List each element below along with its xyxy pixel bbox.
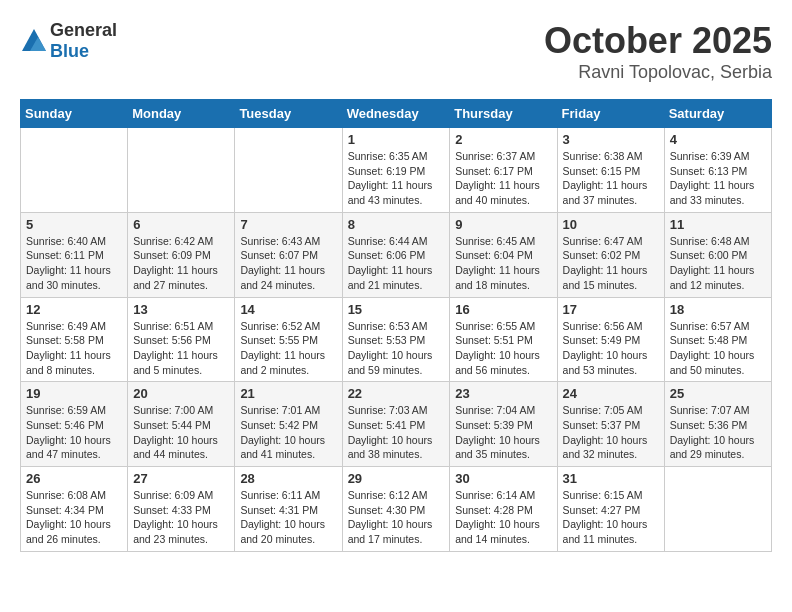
weekday-header-friday: Friday [557,100,664,128]
calendar-cell: 26Sunrise: 6:08 AMSunset: 4:34 PMDayligh… [21,467,128,552]
calendar-week-row: 26Sunrise: 6:08 AMSunset: 4:34 PMDayligh… [21,467,772,552]
day-info: Sunrise: 7:01 AMSunset: 5:42 PMDaylight:… [240,403,336,462]
day-number: 14 [240,302,336,317]
day-info: Sunrise: 6:09 AMSunset: 4:33 PMDaylight:… [133,488,229,547]
day-number: 19 [26,386,122,401]
calendar-cell: 24Sunrise: 7:05 AMSunset: 5:37 PMDayligh… [557,382,664,467]
calendar-cell: 5Sunrise: 6:40 AMSunset: 6:11 PMDaylight… [21,212,128,297]
calendar-cell: 21Sunrise: 7:01 AMSunset: 5:42 PMDayligh… [235,382,342,467]
weekday-header-tuesday: Tuesday [235,100,342,128]
day-info: Sunrise: 6:45 AMSunset: 6:04 PMDaylight:… [455,234,551,293]
calendar-cell: 16Sunrise: 6:55 AMSunset: 5:51 PMDayligh… [450,297,557,382]
day-number: 31 [563,471,659,486]
logo: General Blue [20,20,117,62]
weekday-header-sunday: Sunday [21,100,128,128]
day-info: Sunrise: 6:11 AMSunset: 4:31 PMDaylight:… [240,488,336,547]
logo-blue: Blue [50,41,89,61]
day-info: Sunrise: 6:08 AMSunset: 4:34 PMDaylight:… [26,488,122,547]
day-info: Sunrise: 7:05 AMSunset: 5:37 PMDaylight:… [563,403,659,462]
day-info: Sunrise: 6:53 AMSunset: 5:53 PMDaylight:… [348,319,445,378]
day-number: 22 [348,386,445,401]
day-info: Sunrise: 7:07 AMSunset: 5:36 PMDaylight:… [670,403,766,462]
day-number: 7 [240,217,336,232]
day-number: 13 [133,302,229,317]
calendar-cell: 28Sunrise: 6:11 AMSunset: 4:31 PMDayligh… [235,467,342,552]
day-number: 11 [670,217,766,232]
day-info: Sunrise: 6:55 AMSunset: 5:51 PMDaylight:… [455,319,551,378]
calendar-cell: 2Sunrise: 6:37 AMSunset: 6:17 PMDaylight… [450,128,557,213]
day-number: 1 [348,132,445,147]
calendar-cell: 14Sunrise: 6:52 AMSunset: 5:55 PMDayligh… [235,297,342,382]
calendar-cell: 7Sunrise: 6:43 AMSunset: 6:07 PMDaylight… [235,212,342,297]
calendar-cell: 8Sunrise: 6:44 AMSunset: 6:06 PMDaylight… [342,212,450,297]
calendar-cell: 17Sunrise: 6:56 AMSunset: 5:49 PMDayligh… [557,297,664,382]
day-info: Sunrise: 6:37 AMSunset: 6:17 PMDaylight:… [455,149,551,208]
day-number: 5 [26,217,122,232]
day-info: Sunrise: 6:12 AMSunset: 4:30 PMDaylight:… [348,488,445,547]
calendar-cell: 18Sunrise: 6:57 AMSunset: 5:48 PMDayligh… [664,297,771,382]
calendar-week-row: 12Sunrise: 6:49 AMSunset: 5:58 PMDayligh… [21,297,772,382]
day-number: 26 [26,471,122,486]
day-number: 16 [455,302,551,317]
day-number: 24 [563,386,659,401]
logo-general: General [50,20,117,40]
calendar-cell: 10Sunrise: 6:47 AMSunset: 6:02 PMDayligh… [557,212,664,297]
calendar-cell: 4Sunrise: 6:39 AMSunset: 6:13 PMDaylight… [664,128,771,213]
calendar-cell [21,128,128,213]
calendar-week-row: 1Sunrise: 6:35 AMSunset: 6:19 PMDaylight… [21,128,772,213]
calendar-table: SundayMondayTuesdayWednesdayThursdayFrid… [20,99,772,552]
day-number: 12 [26,302,122,317]
day-info: Sunrise: 6:49 AMSunset: 5:58 PMDaylight:… [26,319,122,378]
day-info: Sunrise: 6:43 AMSunset: 6:07 PMDaylight:… [240,234,336,293]
day-number: 27 [133,471,229,486]
calendar-cell: 19Sunrise: 6:59 AMSunset: 5:46 PMDayligh… [21,382,128,467]
day-number: 6 [133,217,229,232]
day-number: 30 [455,471,551,486]
day-info: Sunrise: 6:14 AMSunset: 4:28 PMDaylight:… [455,488,551,547]
day-number: 25 [670,386,766,401]
logo-icon [20,27,48,55]
calendar-body: 1Sunrise: 6:35 AMSunset: 6:19 PMDaylight… [21,128,772,552]
calendar-cell [128,128,235,213]
calendar-cell: 22Sunrise: 7:03 AMSunset: 5:41 PMDayligh… [342,382,450,467]
day-info: Sunrise: 7:03 AMSunset: 5:41 PMDaylight:… [348,403,445,462]
weekday-header-monday: Monday [128,100,235,128]
day-info: Sunrise: 7:00 AMSunset: 5:44 PMDaylight:… [133,403,229,462]
day-number: 9 [455,217,551,232]
weekday-header-thursday: Thursday [450,100,557,128]
day-info: Sunrise: 6:51 AMSunset: 5:56 PMDaylight:… [133,319,229,378]
day-info: Sunrise: 6:38 AMSunset: 6:15 PMDaylight:… [563,149,659,208]
calendar-cell: 20Sunrise: 7:00 AMSunset: 5:44 PMDayligh… [128,382,235,467]
day-number: 18 [670,302,766,317]
calendar-week-row: 5Sunrise: 6:40 AMSunset: 6:11 PMDaylight… [21,212,772,297]
calendar-cell: 3Sunrise: 6:38 AMSunset: 6:15 PMDaylight… [557,128,664,213]
title-section: October 2025 Ravni Topolovac, Serbia [544,20,772,83]
day-info: Sunrise: 6:59 AMSunset: 5:46 PMDaylight:… [26,403,122,462]
day-info: Sunrise: 6:42 AMSunset: 6:09 PMDaylight:… [133,234,229,293]
day-info: Sunrise: 7:04 AMSunset: 5:39 PMDaylight:… [455,403,551,462]
calendar-cell: 25Sunrise: 7:07 AMSunset: 5:36 PMDayligh… [664,382,771,467]
day-info: Sunrise: 6:56 AMSunset: 5:49 PMDaylight:… [563,319,659,378]
calendar-cell: 15Sunrise: 6:53 AMSunset: 5:53 PMDayligh… [342,297,450,382]
day-number: 10 [563,217,659,232]
day-info: Sunrise: 6:40 AMSunset: 6:11 PMDaylight:… [26,234,122,293]
calendar-cell: 27Sunrise: 6:09 AMSunset: 4:33 PMDayligh… [128,467,235,552]
day-number: 17 [563,302,659,317]
calendar-cell: 1Sunrise: 6:35 AMSunset: 6:19 PMDaylight… [342,128,450,213]
page-header: General Blue October 2025 Ravni Topolova… [20,20,772,83]
day-number: 8 [348,217,445,232]
calendar-cell: 29Sunrise: 6:12 AMSunset: 4:30 PMDayligh… [342,467,450,552]
day-number: 21 [240,386,336,401]
day-number: 15 [348,302,445,317]
calendar-cell [664,467,771,552]
day-number: 23 [455,386,551,401]
day-number: 28 [240,471,336,486]
day-info: Sunrise: 6:48 AMSunset: 6:00 PMDaylight:… [670,234,766,293]
weekday-header-row: SundayMondayTuesdayWednesdayThursdayFrid… [21,100,772,128]
calendar-cell [235,128,342,213]
calendar-cell: 6Sunrise: 6:42 AMSunset: 6:09 PMDaylight… [128,212,235,297]
day-info: Sunrise: 6:15 AMSunset: 4:27 PMDaylight:… [563,488,659,547]
day-info: Sunrise: 6:35 AMSunset: 6:19 PMDaylight:… [348,149,445,208]
calendar-cell: 30Sunrise: 6:14 AMSunset: 4:28 PMDayligh… [450,467,557,552]
month-title: October 2025 [544,20,772,62]
